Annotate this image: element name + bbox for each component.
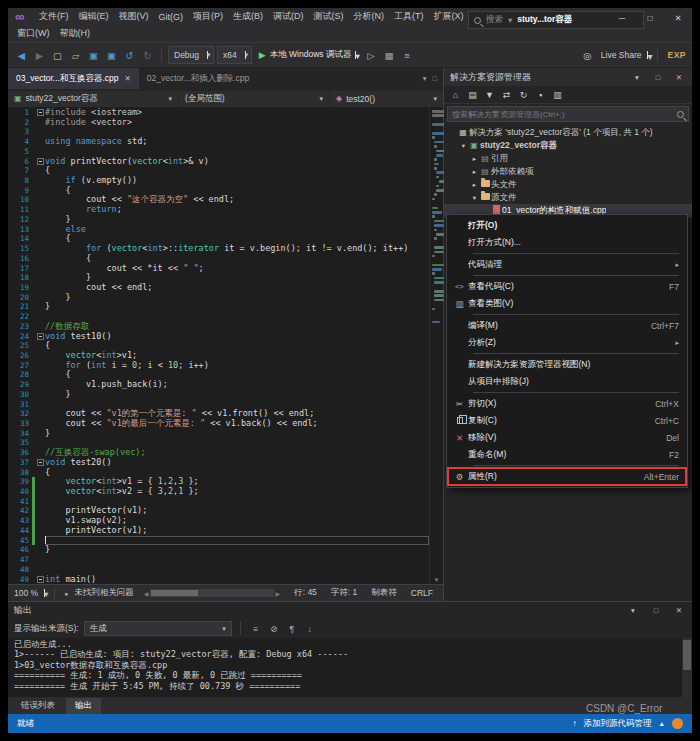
context-menu-item[interactable]: ▥查看类图(V)	[447, 295, 687, 312]
output-log[interactable]: 已启动生成...1>------ 已启动生成: 项目: stuty22_vect…	[8, 638, 692, 697]
code-line[interactable]: 44 printVector(v1);	[8, 526, 429, 536]
code-line[interactable]: 27 for (int i = 0; i < 10; i++)	[8, 361, 429, 371]
scope-dropdown[interactable]: (全局范围) ▾	[179, 91, 329, 107]
code-line[interactable]: 32 cout << "v1的第一个元素是: " << v1.front() <…	[8, 409, 429, 419]
line-number[interactable]: 15	[8, 244, 32, 254]
tree-item-header-files[interactable]: ▸头文件	[444, 178, 692, 191]
tree-item-project[interactable]: ▾▣stuty22_vector容器	[444, 139, 692, 152]
scroll-down-icon[interactable]: ▼	[430, 577, 443, 583]
collapse-all-icon[interactable]: ▪	[533, 87, 548, 102]
tree-item-source-files[interactable]: ▾源文件	[444, 191, 692, 204]
line-number[interactable]: 19	[8, 283, 32, 293]
collapse-region-icon[interactable]	[37, 158, 44, 165]
code-line[interactable]: 26 vector<int>v1;	[8, 351, 429, 361]
expand-icon[interactable]: ▲	[659, 720, 665, 727]
menu-item-3[interactable]: 视图(V)	[114, 9, 154, 24]
line-number[interactable]: 43	[8, 516, 32, 526]
line-number[interactable]: 44	[8, 526, 32, 536]
float-window-icon[interactable]: □	[432, 74, 437, 83]
refresh-icon[interactable]: ↻	[516, 87, 531, 102]
find-message-icon[interactable]: ≡	[249, 624, 263, 634]
autoscroll-icon[interactable]: ↓	[303, 624, 317, 634]
line-number[interactable]: 12	[8, 215, 32, 225]
code-line[interactable]: 12 }	[8, 215, 429, 225]
line-number[interactable]: 21	[8, 302, 32, 312]
tree-item-external-dependencies[interactable]: ▸▤外部依赖项	[444, 165, 692, 178]
line-number[interactable]: 20	[8, 293, 32, 303]
line-number[interactable]: 35	[8, 438, 32, 448]
menu-item-9[interactable]: 分析(N)	[349, 9, 390, 24]
save-icon[interactable]: ▣	[86, 47, 101, 63]
close-panel-icon[interactable]: ✕	[672, 606, 686, 615]
context-menu-item[interactable]: ✂剪切(X)Ctrl+X	[447, 395, 687, 412]
collapse-region-icon[interactable]	[37, 109, 44, 116]
tree-chevron-icon[interactable]: ▸	[470, 181, 479, 189]
context-menu-item[interactable]: 分析(Z)▸	[447, 334, 687, 351]
notification-badge[interactable]	[672, 718, 683, 729]
code-line[interactable]: 8 if (v.empty())	[8, 176, 429, 186]
close-panel-icon[interactable]: ✕	[672, 73, 686, 82]
code-line[interactable]: 20 }	[8, 293, 429, 303]
context-menu-item[interactable]: 打开方式(N)...	[447, 234, 687, 251]
close-button[interactable]: ✕	[664, 8, 692, 28]
output-source-dropdown[interactable]: 生成 ▾	[84, 621, 232, 636]
redo-icon[interactable]: ↻	[140, 47, 155, 63]
menu-item-13[interactable]: 帮助(H)	[55, 26, 96, 41]
code-line[interactable]: 31	[8, 400, 429, 410]
code-line[interactable]: 28 {	[8, 370, 429, 380]
line-number[interactable]: 27	[8, 361, 32, 371]
add-to-source-control-button[interactable]: 添加到源代码管理	[584, 718, 652, 730]
code-line[interactable]: 16 {	[8, 254, 429, 264]
menu-item-12[interactable]: 窗口(W)	[12, 26, 55, 41]
code-line[interactable]: 37void test20()	[8, 458, 429, 468]
code-line[interactable]: 10 cout << "这个容器为空" << endl;	[8, 195, 429, 205]
context-menu-item[interactable]: 新建解决方案资源管理器视图(N)	[447, 356, 687, 373]
code-line[interactable]: 13 else	[8, 225, 429, 235]
code-line[interactable]: 45	[8, 536, 429, 546]
context-menu-item[interactable]: 从项目中排除(J)	[447, 373, 687, 390]
code-line[interactable]: 25{	[8, 341, 429, 351]
line-number[interactable]: 39	[8, 477, 32, 487]
code-line[interactable]: 9 {	[8, 186, 429, 196]
navigate-back-icon[interactable]: ◀	[14, 47, 29, 63]
menu-item-2[interactable]: 编辑(E)	[74, 9, 114, 24]
build-icon[interactable]: ▦	[381, 47, 396, 63]
start-debugging-button[interactable]: ▶ 本地 Windows 调试器 ▾	[255, 46, 361, 64]
line-number[interactable]: 48	[8, 565, 32, 575]
zoom-level[interactable]: 100 %	[14, 588, 38, 598]
line-number[interactable]: 34	[8, 429, 32, 439]
panel-tab[interactable]: 输出	[66, 698, 101, 714]
code-line[interactable]: 29 v1.push_back(i);	[8, 380, 429, 390]
horizontal-scrollbar[interactable]: ◀ ▶	[140, 589, 284, 597]
show-all-files-icon[interactable]: ▥	[550, 87, 565, 102]
line-number[interactable]: 9	[8, 186, 32, 196]
scrollbar-thumb[interactable]	[683, 640, 691, 670]
tree-chevron-icon[interactable]: ▸	[470, 168, 479, 176]
context-menu-item[interactable]: <>查看代码(C)F7	[447, 278, 687, 295]
line-number[interactable]: 30	[8, 390, 32, 400]
menu-item-5[interactable]: 项目(P)	[188, 9, 228, 24]
code-line[interactable]: 15 for (vector<int>::iterator it = v.beg…	[8, 244, 429, 254]
code-line[interactable]: 36//互换容器-swap(vec);	[8, 448, 429, 458]
code-line[interactable]: 39 vector<int>v1 = { 1,2,3 };	[8, 477, 429, 487]
line-number[interactable]: 45	[8, 536, 32, 546]
editor-tab[interactable]: 02_vector...和插入删除.cpp	[139, 68, 258, 89]
editor-tab[interactable]: 03_vector...和互换容器.cpp✕	[8, 68, 139, 89]
clear-all-icon[interactable]: ⊘	[267, 624, 281, 634]
close-tab-icon[interactable]: ✕	[125, 74, 131, 83]
eol-indicator[interactable]: CRLF	[407, 588, 437, 598]
code-editor[interactable]: 1#include <iostream>2#include <vector>34…	[8, 107, 443, 584]
open-file-icon[interactable]: ▱	[68, 47, 83, 63]
menu-item-6[interactable]: 生成(B)	[228, 9, 268, 24]
line-number[interactable]: 49	[8, 575, 32, 585]
line-number[interactable]: 37	[8, 458, 32, 468]
line-number[interactable]: 2	[8, 118, 32, 128]
code-line[interactable]: 14 {	[8, 234, 429, 244]
code-line[interactable]: 3	[8, 127, 429, 137]
context-menu-item[interactable]: ⚙属性(R)Alt+Enter	[447, 468, 687, 485]
code-line[interactable]: 11 return;	[8, 205, 429, 215]
line-number[interactable]: 36	[8, 448, 32, 458]
line-number[interactable]: 29	[8, 380, 32, 390]
code-line[interactable]: 1#include <iostream>	[8, 108, 429, 118]
line-number[interactable]: 11	[8, 205, 32, 215]
